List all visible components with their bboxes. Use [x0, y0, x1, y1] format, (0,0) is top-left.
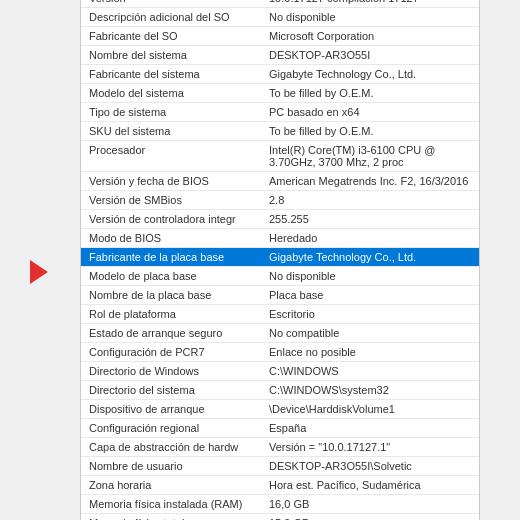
- table-row[interactable]: ProcesadorIntel(R) Core(TM) i3-6100 CPU …: [81, 141, 479, 172]
- table-row[interactable]: Directorio del sistemaC:\WINDOWS\system3…: [81, 381, 479, 400]
- table-cell-value: 2.8: [261, 191, 479, 210]
- arrow-indicator: [30, 260, 48, 284]
- table-row[interactable]: Fabricante del SOMicrosoft Corporation: [81, 27, 479, 46]
- table-cell-value: PC basado en x64: [261, 103, 479, 122]
- table-cell-value: No disponible: [261, 267, 479, 286]
- table-cell-key: Capa de abstracción de hardw: [81, 438, 261, 457]
- table-row[interactable]: Configuración regionalEspaña: [81, 419, 479, 438]
- table-row[interactable]: Fabricante del sistemaGigabyte Technolog…: [81, 65, 479, 84]
- table-cell-value: 15,9 GB: [261, 514, 479, 521]
- table-cell-value: 10.0.17127 compilación 17127: [261, 0, 479, 8]
- main-container: Elemento Valor Nombre del SOMicrosoft Wi…: [0, 0, 520, 520]
- table-row[interactable]: Versión de SMBios2.8: [81, 191, 479, 210]
- table-cell-value: To be filled by O.E.M.: [261, 84, 479, 103]
- table-cell-value: DESKTOP-AR3O55I: [261, 46, 479, 65]
- table-row[interactable]: Versión10.0.17127 compilación 17127: [81, 0, 479, 8]
- table-row[interactable]: Directorio de WindowsC:\WINDOWS: [81, 362, 479, 381]
- table-cell-value: American Megatrends Inc. F2, 16/3/2016: [261, 172, 479, 191]
- table-row[interactable]: Versión y fecha de BIOSAmerican Megatren…: [81, 172, 479, 191]
- table-cell-value: España: [261, 419, 479, 438]
- table-cell-key: Zona horaria: [81, 476, 261, 495]
- table-cell-value: Placa base: [261, 286, 479, 305]
- table-row[interactable]: Tipo de sistemaPC basado en x64: [81, 103, 479, 122]
- table-cell-value: Escritorio: [261, 305, 479, 324]
- table-row[interactable]: Fabricante de la placa baseGigabyte Tech…: [81, 248, 479, 267]
- table-row[interactable]: Memoria física total15,9 GB: [81, 514, 479, 521]
- table-cell-key: Nombre del sistema: [81, 46, 261, 65]
- table-row[interactable]: Rol de plataformaEscritorio: [81, 305, 479, 324]
- table-cell-key: Configuración regional: [81, 419, 261, 438]
- table-cell-key: Fabricante de la placa base: [81, 248, 261, 267]
- table-body: Nombre del SOMicrosoft Windows 10 ProVer…: [81, 0, 479, 520]
- table-row[interactable]: Nombre de la placa basePlaca base: [81, 286, 479, 305]
- table-cell-key: Fabricante del SO: [81, 27, 261, 46]
- table-cell-key: Directorio del sistema: [81, 381, 261, 400]
- table-cell-key: Versión de SMBios: [81, 191, 261, 210]
- table-cell-value: Hora est. Pacífico, Sudamérica: [261, 476, 479, 495]
- table-row[interactable]: Zona horariaHora est. Pacífico, Sudaméri…: [81, 476, 479, 495]
- table-cell-key: Modelo del sistema: [81, 84, 261, 103]
- table-row[interactable]: Memoria física instalada (RAM)16,0 GB: [81, 495, 479, 514]
- table-cell-key: Tipo de sistema: [81, 103, 261, 122]
- table-row[interactable]: Estado de arranque seguroNo compatible: [81, 324, 479, 343]
- table-row[interactable]: Nombre de usuarioDESKTOP-AR3O55I\Solveti…: [81, 457, 479, 476]
- table-cell-value: C:\WINDOWS: [261, 362, 479, 381]
- table-cell-key: Modo de BIOS: [81, 229, 261, 248]
- table-cell-key: Versión y fecha de BIOS: [81, 172, 261, 191]
- table-cell-value: Gigabyte Technology Co., Ltd.: [261, 65, 479, 84]
- system-info-table-wrapper: Elemento Valor Nombre del SOMicrosoft Wi…: [80, 0, 480, 520]
- table-row[interactable]: Modo de BIOSHeredado: [81, 229, 479, 248]
- table-cell-value: No disponible: [261, 8, 479, 27]
- table-cell-value: DESKTOP-AR3O55I\Solvetic: [261, 457, 479, 476]
- table-cell-key: Fabricante del sistema: [81, 65, 261, 84]
- table-cell-value: Microsoft Corporation: [261, 27, 479, 46]
- table-cell-key: Dispositivo de arranque: [81, 400, 261, 419]
- table-cell-key: Rol de plataforma: [81, 305, 261, 324]
- table-cell-key: Directorio de Windows: [81, 362, 261, 381]
- table-row[interactable]: Dispositivo de arranque\Device\HarddiskV…: [81, 400, 479, 419]
- table-cell-value: Enlace no posible: [261, 343, 479, 362]
- table-cell-value: C:\WINDOWS\system32: [261, 381, 479, 400]
- table-cell-value: Heredado: [261, 229, 479, 248]
- table-row[interactable]: SKU del sistemaTo be filled by O.E.M.: [81, 122, 479, 141]
- table-cell-key: Nombre de usuario: [81, 457, 261, 476]
- table-cell-key: Memoria física instalada (RAM): [81, 495, 261, 514]
- table-cell-key: Memoria física total: [81, 514, 261, 521]
- table-cell-key: Procesador: [81, 141, 261, 172]
- table-cell-key: Versión de controladora integr: [81, 210, 261, 229]
- table-cell-key: Nombre de la placa base: [81, 286, 261, 305]
- table-row[interactable]: Versión de controladora integr255.255: [81, 210, 479, 229]
- table-cell-value: To be filled by O.E.M.: [261, 122, 479, 141]
- table-cell-value: 255.255: [261, 210, 479, 229]
- table-cell-key: Versión: [81, 0, 261, 8]
- table-cell-key: Estado de arranque seguro: [81, 324, 261, 343]
- table-cell-value: Gigabyte Technology Co., Ltd.: [261, 248, 479, 267]
- table-cell-value: \Device\HarddiskVolume1: [261, 400, 479, 419]
- table-cell-value: 16,0 GB: [261, 495, 479, 514]
- table-cell-key: Modelo de placa base: [81, 267, 261, 286]
- system-info-table: Elemento Valor Nombre del SOMicrosoft Wi…: [81, 0, 479, 520]
- table-cell-key: Configuración de PCR7: [81, 343, 261, 362]
- table-cell-key: Descripción adicional del SO: [81, 8, 261, 27]
- table-cell-value: Intel(R) Core(TM) i3-6100 CPU @ 3.70GHz,…: [261, 141, 479, 172]
- table-row[interactable]: Nombre del sistemaDESKTOP-AR3O55I: [81, 46, 479, 65]
- table-cell-value: Versión = "10.0.17127.1": [261, 438, 479, 457]
- table-row[interactable]: Capa de abstracción de hardwVersión = "1…: [81, 438, 479, 457]
- table-row[interactable]: Modelo del sistemaTo be filled by O.E.M.: [81, 84, 479, 103]
- table-row[interactable]: Configuración de PCR7Enlace no posible: [81, 343, 479, 362]
- table-row[interactable]: Modelo de placa baseNo disponible: [81, 267, 479, 286]
- table-cell-value: No compatible: [261, 324, 479, 343]
- table-row[interactable]: Descripción adicional del SONo disponibl…: [81, 8, 479, 27]
- table-cell-key: SKU del sistema: [81, 122, 261, 141]
